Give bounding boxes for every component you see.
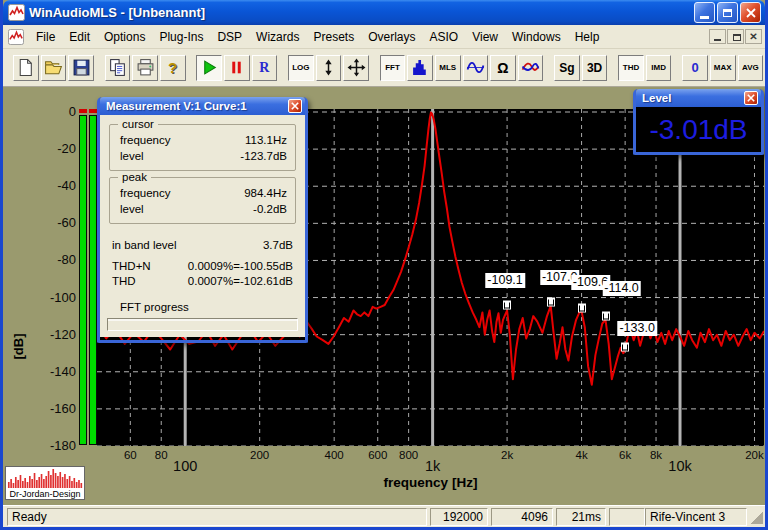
max-button[interactable]: MAX (710, 55, 736, 81)
mls-mode-button[interactable]: MLS (435, 55, 461, 81)
x-tick-label: 400 (325, 449, 344, 461)
measurement-window[interactable]: Measurement V:1 Curve:1 cursor frequency… (97, 97, 308, 343)
three-d-label: 3D (587, 61, 602, 75)
in-band-level-label: in band level (112, 239, 177, 251)
help-button[interactable]: ? (160, 55, 186, 81)
peak-level-value: -0.2dB (253, 201, 287, 217)
level-body: -3.01dB (636, 107, 761, 152)
fft-progress-bar (107, 318, 298, 331)
pan-button[interactable] (343, 55, 369, 81)
menu-item-file[interactable]: File (29, 27, 62, 47)
thd-value: 0.0007%=-102.61dB (188, 275, 293, 287)
menu-item-presets[interactable]: Presets (306, 27, 361, 47)
spectrum-mode-button[interactable] (407, 55, 433, 81)
level-close-button[interactable] (744, 91, 758, 105)
log-scale-button[interactable]: LOG (288, 55, 314, 81)
record-button[interactable]: R (252, 55, 278, 81)
sine-wave-icon (466, 58, 485, 77)
maximize-button[interactable] (717, 2, 738, 23)
status-bar: Ready 192000 4096 21ms Rife-Vincent 3 (3, 505, 765, 527)
x-tick-label: 8k (650, 449, 662, 461)
meter-peak-right (89, 109, 97, 113)
menu-item-dsp[interactable]: DSP (210, 27, 249, 47)
x-tick-label: 600 (368, 449, 387, 461)
thd-n-label: THD+N (112, 260, 151, 272)
x-tick-label: 80 (155, 449, 168, 461)
menu-item-help[interactable]: Help (568, 27, 607, 47)
menu-item-overlays[interactable]: Overlays (361, 27, 422, 47)
title-bar[interactable]: WinAudioMLS - [Unbenannt] (3, 0, 765, 25)
vertical-zoom-button[interactable] (316, 55, 342, 81)
maximize-icon (723, 9, 732, 17)
mdi-close-button[interactable]: ✕ (745, 29, 762, 44)
y-tick-label: -60 (21, 215, 76, 230)
peak-group-legend: peak (118, 171, 151, 183)
imd-button[interactable]: IMD (646, 55, 672, 81)
menu-bar: FileEditOptionsPlug-InsDSPWizardsPresets… (3, 25, 765, 49)
cursor-group: cursor frequency113.1Hz level-123.7dB (109, 124, 296, 171)
level-window[interactable]: Level -3.01dB (633, 89, 764, 155)
level-title-bar[interactable]: Level (636, 89, 761, 107)
overlay-curves-button[interactable] (518, 55, 544, 81)
menu-item-options[interactable]: Options (97, 27, 152, 47)
close-icon (747, 94, 755, 102)
x-tick-label: 2k (501, 449, 513, 461)
peak-frequency-value: 984.4Hz (244, 185, 287, 201)
cursor-frequency-label: frequency (120, 132, 171, 148)
x-tick-label-major: 100 (173, 458, 197, 474)
log-scale-label: LOG (292, 63, 309, 72)
avg-button[interactable]: AVG (738, 55, 764, 81)
peak-level-label: level (120, 201, 144, 217)
save-file-button[interactable] (68, 55, 94, 81)
close-icon (746, 8, 756, 18)
menu-item-wizards[interactable]: Wizards (249, 27, 306, 47)
cursor-level-label: level (120, 148, 144, 164)
status-empty (609, 508, 645, 526)
thd-button[interactable]: THD (618, 55, 644, 81)
mdi-close-icon: ✕ (749, 32, 757, 42)
new-file-button[interactable] (13, 55, 39, 81)
mls-mode-label: MLS (439, 63, 456, 72)
signal-generator-button[interactable]: Sg (554, 55, 580, 81)
measurement-close-button[interactable] (288, 99, 302, 113)
x-tick-label: 4k (575, 449, 587, 461)
mdi-restore-button[interactable] (727, 29, 744, 44)
open-file-button[interactable] (41, 55, 67, 81)
y-axis-ticks: 0-20-40-60-80-100-120-140-160-180 (21, 87, 76, 505)
status-fft-size: 4096 (491, 508, 553, 526)
cursor-group-legend: cursor (118, 118, 158, 130)
print-button[interactable] (132, 55, 158, 81)
window-title: WinAudioMLS - [Unbenannt] (29, 5, 692, 20)
y-tick-label: -120 (21, 327, 76, 342)
level-title: Level (642, 92, 744, 104)
pause-button[interactable] (224, 55, 250, 81)
impedance-button[interactable]: Ω (490, 55, 516, 81)
pause-icon (227, 58, 246, 77)
zero-button[interactable]: 0 (682, 55, 708, 81)
menu-item-edit[interactable]: Edit (62, 27, 97, 47)
menu-item-windows[interactable]: Windows (505, 27, 568, 47)
measurement-title-bar[interactable]: Measurement V:1 Curve:1 (100, 97, 305, 115)
menu-item-plug-ins[interactable]: Plug-Ins (152, 27, 210, 47)
x-tick-label: 6k (619, 449, 631, 461)
measurement-title: Measurement V:1 Curve:1 (106, 100, 288, 112)
menu-item-asio[interactable]: ASIO (422, 27, 465, 47)
fft-mode-button[interactable]: FFT (380, 55, 406, 81)
three-d-button[interactable]: 3D (582, 55, 608, 81)
sine-generator-button[interactable] (463, 55, 489, 81)
move-icon (347, 58, 366, 77)
menu-item-view[interactable]: View (465, 27, 505, 47)
copy-button[interactable] (105, 55, 131, 81)
minimize-button[interactable] (694, 2, 715, 23)
menu-items: FileEditOptionsPlug-InsDSPWizardsPresets… (29, 27, 606, 47)
toolbar-separator (609, 55, 618, 81)
max-label: MAX (714, 63, 732, 72)
resize-grip[interactable] (749, 510, 763, 524)
print-icon (136, 58, 155, 77)
play-button[interactable] (196, 55, 222, 81)
toolbar-separator (545, 55, 554, 81)
vertical-arrows-icon (319, 58, 338, 77)
close-icon (291, 102, 299, 110)
mdi-minimize-button[interactable] (709, 29, 726, 44)
close-button[interactable] (740, 2, 761, 23)
